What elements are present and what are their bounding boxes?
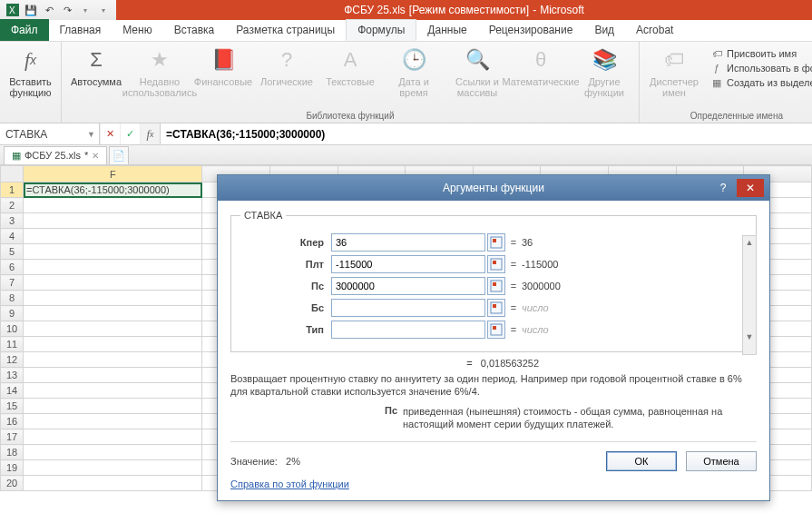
- new-document-tab[interactable]: 📄: [109, 146, 129, 164]
- save-icon[interactable]: 💾: [24, 3, 38, 17]
- row-header[interactable]: 2: [1, 198, 24, 213]
- tab-formulas[interactable]: Формулы: [346, 19, 416, 41]
- financial-button[interactable]: 📕 Финансовые: [196, 45, 250, 87]
- row-header[interactable]: 12: [1, 352, 24, 368]
- range-picker-button[interactable]: [487, 299, 505, 317]
- tab-acrobat[interactable]: Acrobat: [625, 19, 684, 41]
- dialog-help-button[interactable]: ?: [713, 179, 733, 197]
- column-header[interactable]: F: [24, 166, 202, 183]
- cell[interactable]: [24, 383, 202, 399]
- row-header[interactable]: 9: [1, 306, 24, 321]
- enter-formula-button[interactable]: ✓: [120, 123, 140, 144]
- row-header[interactable]: 6: [1, 260, 24, 275]
- tab-view[interactable]: Вид: [583, 19, 625, 41]
- name-box[interactable]: СТАВКА ▼: [0, 123, 100, 144]
- row-header[interactable]: 7: [1, 275, 24, 291]
- cancel-formula-button[interactable]: ✕: [100, 123, 120, 144]
- cell[interactable]: [24, 445, 202, 460]
- cell[interactable]: [24, 291, 202, 306]
- tab-data[interactable]: Данные: [416, 19, 477, 41]
- text-button[interactable]: A Текстовые: [323, 45, 377, 87]
- row-header[interactable]: 15: [1, 399, 24, 414]
- datetime-button[interactable]: 🕒 Дата и время: [386, 45, 441, 98]
- scroll-down-icon[interactable]: ▼: [743, 331, 756, 343]
- use-in-formula-item[interactable]: ƒИспользовать в фор: [710, 62, 812, 74]
- function-help-link[interactable]: Справка по этой функции: [230, 479, 349, 489]
- cell[interactable]: [24, 229, 202, 244]
- redo-icon[interactable]: ↷: [60, 3, 74, 17]
- more-functions-button[interactable]: 📚 Другие функции: [577, 45, 631, 98]
- range-picker-button[interactable]: [487, 277, 505, 295]
- row-header[interactable]: 11: [1, 337, 24, 352]
- dialog-close-button[interactable]: ✕: [737, 179, 764, 197]
- arguments-fieldset: СТАВКА Кпер=36Плт=-115000Пс=3000000Бс=чи…: [230, 210, 757, 352]
- tab-review[interactable]: Рецензирование: [478, 19, 584, 41]
- cell[interactable]: [24, 244, 202, 260]
- cancel-button[interactable]: Отмена: [686, 451, 757, 471]
- argument-input[interactable]: [331, 299, 485, 317]
- row-header[interactable]: 13: [1, 368, 24, 383]
- argument-input[interactable]: [331, 321, 485, 339]
- qat-dropdown-icon[interactable]: ▾: [78, 3, 93, 17]
- row-header[interactable]: 4: [1, 229, 24, 244]
- tab-home[interactable]: Главная: [49, 19, 113, 41]
- cell[interactable]: [24, 306, 202, 321]
- argument-input[interactable]: [331, 233, 485, 252]
- formula-input[interactable]: [161, 123, 812, 144]
- lookup-button[interactable]: 🔍 Ссылки и массивы: [450, 45, 504, 98]
- row-header[interactable]: 3: [1, 213, 24, 229]
- logical-button[interactable]: ? Логические: [259, 45, 314, 87]
- cell[interactable]: [24, 460, 202, 476]
- row-header[interactable]: 1: [1, 183, 24, 198]
- document-tab[interactable]: ▦ ФСБУ 25.xls * ✕: [4, 146, 107, 164]
- fx-button[interactable]: fx: [140, 123, 160, 144]
- row-header[interactable]: 17: [1, 429, 24, 445]
- insert-function-button[interactable]: fx Вставить функцию: [4, 45, 58, 98]
- row-header[interactable]: 16: [1, 414, 24, 429]
- dialog-titlebar[interactable]: Аргументы функции ? ✕: [218, 175, 769, 201]
- range-picker-button[interactable]: [487, 233, 505, 252]
- cell[interactable]: [24, 414, 202, 429]
- cell[interactable]: [24, 337, 202, 352]
- cell[interactable]: [24, 321, 202, 337]
- row-header[interactable]: 5: [1, 244, 24, 260]
- name-manager-button[interactable]: 🏷 Диспетчер имен: [647, 45, 701, 98]
- row-header[interactable]: 14: [1, 383, 24, 399]
- close-document-icon[interactable]: ✕: [92, 151, 99, 161]
- ok-button[interactable]: ОК: [606, 451, 677, 471]
- cell[interactable]: [24, 476, 202, 491]
- argument-input[interactable]: [331, 277, 485, 295]
- cell[interactable]: [24, 213, 202, 229]
- tab-file[interactable]: Файл: [0, 19, 49, 41]
- select-all-corner[interactable]: [1, 166, 24, 183]
- undo-icon[interactable]: ↶: [42, 3, 56, 17]
- cell[interactable]: =СТАВКА(36;-115000;3000000): [24, 183, 202, 198]
- range-picker-button[interactable]: [487, 321, 505, 339]
- row-header[interactable]: 20: [1, 476, 24, 491]
- cell[interactable]: [24, 260, 202, 275]
- row-header[interactable]: 8: [1, 291, 24, 306]
- scroll-up-icon[interactable]: ▲: [743, 236, 756, 249]
- autosum-button[interactable]: Σ Автосумма: [69, 45, 123, 87]
- args-scrollbar[interactable]: ▲ ▼: [742, 235, 757, 355]
- cell[interactable]: [24, 198, 202, 213]
- row-header[interactable]: 18: [1, 445, 24, 460]
- row-header[interactable]: 19: [1, 460, 24, 476]
- define-name-item[interactable]: 🏷Присвоить имя: [710, 47, 812, 60]
- chevron-down-icon[interactable]: ▼: [87, 130, 95, 139]
- argument-input[interactable]: [331, 255, 485, 273]
- cell[interactable]: [24, 399, 202, 414]
- qat-overflow-icon[interactable]: ▾: [96, 3, 111, 17]
- cell[interactable]: [24, 368, 202, 383]
- recent-functions-button[interactable]: ★ Недавно использовались: [132, 45, 187, 98]
- cell[interactable]: [24, 429, 202, 445]
- math-button[interactable]: θ Математические: [514, 45, 568, 87]
- tab-pagelayout[interactable]: Разметка страницы: [225, 19, 346, 41]
- cell[interactable]: [24, 275, 202, 291]
- cell[interactable]: [24, 352, 202, 368]
- tab-insert[interactable]: Вставка: [163, 19, 226, 41]
- row-header[interactable]: 10: [1, 321, 24, 337]
- tab-menu[interactable]: Меню: [112, 19, 162, 41]
- range-picker-button[interactable]: [487, 255, 505, 273]
- create-from-selection-item[interactable]: ▦Создать из выделенн: [710, 76, 812, 89]
